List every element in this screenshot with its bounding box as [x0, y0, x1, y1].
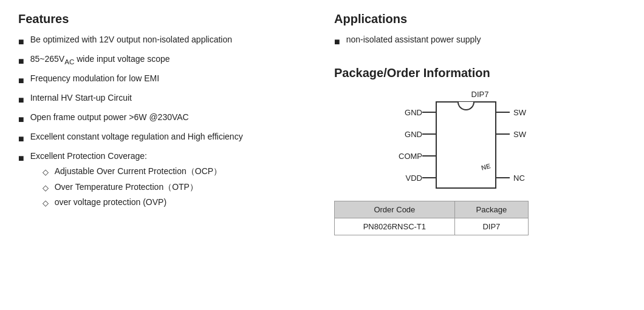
pin-row: COMP	[389, 145, 436, 167]
dip-label: DIP7	[389, 90, 571, 99]
right-column: Applications ■ non-isolated assistant po…	[334, 12, 626, 235]
features-list: ■ Be optimized with 12V output non-isola…	[18, 33, 310, 212]
feature-text: Excellent Protection Coverage: ◇ Adjusta…	[30, 150, 222, 212]
pin-row	[496, 145, 543, 167]
list-item: ■ Open frame output power >6W @230VAC	[18, 111, 310, 127]
pin-row: SW	[496, 101, 543, 123]
pin-label: VDD	[389, 174, 422, 183]
bullet-icon: ■	[18, 151, 24, 166]
list-item: ■ non-isolated assistant power supply	[334, 33, 626, 49]
bullet-icon: ■	[18, 54, 24, 69]
package-section: Package/Order Information DIP7 GND GND	[334, 66, 626, 235]
pin-row: VDD	[389, 167, 436, 189]
pin-row: GND	[389, 101, 436, 123]
sub-list-item: ◇ Over Temperature Protection（OTP）	[43, 181, 222, 194]
chip-body: GND GND COMP VDD	[389, 101, 571, 189]
feature-text: Excellent constant voltage regulation an…	[30, 130, 243, 143]
diamond-icon: ◇	[43, 166, 49, 178]
applications-list: ■ non-isolated assistant power supply	[334, 33, 626, 49]
main-layout: Features ■ Be optimized with 12V output …	[18, 12, 626, 235]
left-pins: GND GND COMP VDD	[389, 101, 436, 189]
list-item: ■ Internal HV Start-up Circuit	[18, 92, 310, 107]
bullet-icon: ■	[18, 35, 24, 49]
pin-label: GND	[389, 108, 422, 117]
pin-line	[422, 177, 436, 178]
package-cell: DIP7	[454, 218, 528, 235]
feature-text: Frequency modulation for low EMI	[30, 72, 159, 85]
pin-line	[422, 133, 436, 135]
list-item: ■ Excellent Protection Coverage: ◇ Adjus…	[18, 150, 310, 212]
feature-text: Be optimized with 12V output non-isolate…	[30, 33, 232, 46]
feature-text: 85~265VAC wide input voltage scope	[30, 53, 170, 67]
list-item: ■ 85~265VAC wide input voltage scope	[18, 53, 310, 69]
pin-line	[496, 155, 510, 157]
list-item: ■ Be optimized with 12V output non-isola…	[18, 33, 310, 49]
sub-item-text: Over Temperature Protection（OTP）	[55, 181, 198, 194]
feature-text: Internal HV Start-up Circuit	[30, 92, 132, 104]
pin-row: SW	[496, 123, 543, 145]
list-item: ■ Frequency modulation for low EMI	[18, 72, 310, 88]
sub-list-item: ◇ Adjustable Over Current Protection（OCP…	[43, 165, 222, 178]
pin-line	[496, 112, 510, 113]
pin-label: NC	[510, 174, 543, 183]
table-header-package: Package	[454, 201, 528, 218]
table-header-order-code: Order Code	[335, 201, 455, 218]
bullet-icon: ■	[334, 35, 340, 49]
bullet-icon: ■	[18, 73, 24, 88]
chip-box: NE	[436, 101, 496, 189]
features-title: Features	[18, 12, 310, 26]
sub-item-text: Adjustable Over Current Protection（OCP）	[55, 165, 222, 178]
applications-title: Applications	[334, 12, 626, 26]
sub-list: ◇ Adjustable Over Current Protection（OCP…	[30, 165, 222, 209]
pin-row: GND	[389, 123, 436, 145]
pin-row: NC	[496, 167, 543, 189]
list-item: ■ Excellent constant voltage regulation …	[18, 130, 310, 146]
features-section: Features ■ Be optimized with 12V output …	[18, 12, 310, 235]
table-row: PN8026RNSC-T1 DIP7	[335, 218, 529, 235]
pin-label: SW	[510, 108, 543, 117]
bullet-icon: ■	[18, 132, 24, 146]
sub-item-text: over voltage protection (OVP)	[55, 196, 166, 209]
pin-line	[422, 112, 436, 113]
chip-diagram: DIP7 GND GND COMP	[389, 90, 571, 189]
applications-section: Applications ■ non-isolated assistant po…	[334, 12, 626, 49]
chip-notch	[457, 102, 474, 110]
package-title: Package/Order Information	[334, 66, 626, 80]
bullet-icon: ■	[18, 93, 24, 107]
pin-label: GND	[389, 130, 422, 139]
pin-label: COMP	[389, 152, 422, 161]
order-code-cell: PN8026RNSC-T1	[335, 218, 455, 235]
order-table: Order Code Package PN8026RNSC-T1 DIP7	[334, 201, 529, 235]
chip-interior: NE	[437, 111, 495, 177]
diamond-icon: ◇	[43, 197, 49, 209]
pin-line	[496, 177, 510, 178]
sub-list-item: ◇ over voltage protection (OVP)	[43, 196, 222, 209]
feature-text: Open frame output power >6W @230VAC	[30, 111, 189, 124]
pin-label: SW	[510, 130, 543, 139]
pin-line	[422, 155, 436, 157]
right-pins: SW SW NC	[496, 101, 543, 189]
chip-logo: NE	[480, 162, 491, 172]
pin-line	[496, 133, 510, 135]
diamond-icon: ◇	[43, 182, 49, 194]
bullet-icon: ■	[18, 112, 24, 127]
app-text: non-isolated assistant power supply	[346, 33, 481, 46]
